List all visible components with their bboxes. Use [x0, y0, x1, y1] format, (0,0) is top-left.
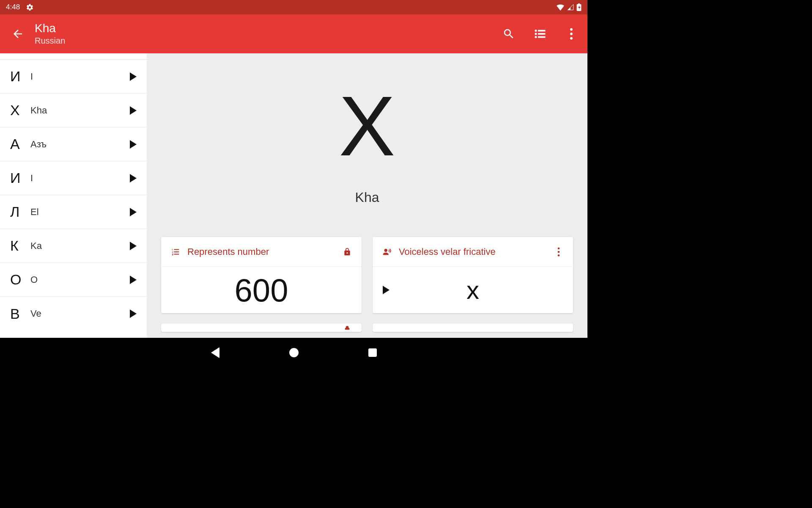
letter-glyph: И: [10, 68, 30, 85]
letter-label: I: [30, 71, 33, 82]
letter-label: Ve: [30, 308, 41, 319]
svg-rect-3: [538, 30, 546, 32]
square-recents-icon: [368, 348, 377, 357]
play-icon[interactable]: [130, 72, 137, 81]
list-item[interactable]: И I: [0, 161, 147, 195]
play-icon[interactable]: [130, 106, 137, 115]
status-bar: 4:48: [0, 0, 587, 14]
letter-sidebar[interactable]: И I Х Kha А Азъ И I Л El: [0, 53, 147, 338]
more-vert-icon: [557, 247, 560, 257]
list-item[interactable]: К Ka: [0, 229, 147, 263]
svg-point-8: [570, 28, 573, 31]
play-icon[interactable]: [130, 276, 137, 284]
battery-charging-icon: [576, 3, 582, 11]
letter-label: El: [30, 207, 39, 218]
card-overflow-button[interactable]: [553, 247, 565, 257]
letter-label: Kha: [30, 105, 47, 116]
voice-icon: [381, 247, 393, 257]
card-title: Voiceless velar fricative: [399, 246, 496, 257]
svg-point-14: [558, 254, 560, 256]
settings-gear-icon: [26, 3, 34, 11]
svg-rect-7: [538, 36, 546, 38]
overflow-menu-button[interactable]: [564, 26, 579, 41]
lock-icon: [341, 247, 353, 257]
main-content: Х Kha Represents number: [147, 53, 587, 338]
arrow-back-icon: [11, 28, 24, 40]
list-item[interactable]: А Азъ: [0, 127, 147, 161]
list-item[interactable]: О O: [0, 263, 147, 297]
letter-glyph: А: [10, 136, 30, 152]
wifi-icon: [556, 4, 565, 11]
search-icon: [502, 28, 515, 40]
list-item[interactable]: Л El: [0, 195, 147, 229]
svg-point-13: [558, 251, 560, 253]
nav-home-button[interactable]: [288, 347, 299, 358]
more-vert-icon: [570, 28, 573, 40]
svg-point-9: [570, 33, 573, 35]
status-time: 4:48: [6, 3, 20, 11]
play-icon[interactable]: [130, 208, 137, 216]
hero: Х Kha: [147, 53, 587, 235]
svg-point-10: [570, 37, 573, 40]
list-number-icon: [170, 247, 181, 257]
hero-glyph: Х: [339, 84, 395, 168]
letter-label: I: [30, 173, 33, 184]
svg-point-4: [535, 33, 537, 35]
app-bar: Kha Russian: [0, 14, 587, 53]
card-peek[interactable]: [161, 323, 362, 332]
number-value: 600: [235, 272, 288, 309]
letter-glyph: К: [10, 237, 30, 254]
svg-point-2: [535, 30, 537, 32]
svg-point-12: [558, 247, 560, 249]
page-subtitle: Russian: [35, 36, 65, 46]
nav-recents-button[interactable]: [367, 347, 378, 358]
system-nav-bar: [0, 338, 587, 367]
letter-glyph: И: [10, 170, 30, 186]
hero-label: Kha: [355, 190, 379, 205]
letter-label: O: [30, 274, 38, 285]
svg-rect-1: [578, 3, 580, 5]
svg-point-6: [535, 36, 537, 38]
play-sound-button[interactable]: [383, 286, 390, 294]
letter-label: Ka: [30, 240, 42, 251]
card-represents-number[interactable]: Represents number 600: [161, 237, 362, 313]
play-icon[interactable]: [130, 309, 137, 318]
list-view-button[interactable]: [532, 26, 548, 41]
card-title: Represents number: [187, 246, 269, 257]
svg-rect-5: [538, 33, 546, 35]
list-item[interactable]: И I: [0, 60, 147, 94]
letter-glyph: Х: [10, 102, 30, 119]
search-button[interactable]: [501, 26, 516, 41]
letter-glyph: Л: [10, 204, 30, 220]
letter-glyph: О: [10, 271, 30, 288]
svg-point-11: [384, 248, 387, 251]
card-sound[interactable]: Voiceless velar fricative x: [373, 237, 573, 313]
play-icon[interactable]: [130, 140, 137, 149]
lock-icon: [341, 326, 353, 330]
list-item[interactable]: В Ve: [0, 297, 147, 331]
nav-back-button[interactable]: [210, 347, 221, 358]
ipa-value: x: [466, 276, 479, 305]
triangle-back-icon: [211, 347, 219, 358]
letter-glyph: В: [10, 306, 30, 322]
card-peek[interactable]: [373, 323, 573, 332]
list-icon: [534, 28, 546, 40]
play-icon[interactable]: [130, 242, 137, 250]
letter-label: Азъ: [30, 139, 47, 150]
play-icon[interactable]: [130, 174, 137, 182]
list-item[interactable]: Х Kha: [0, 94, 147, 127]
signal-icon: [567, 4, 574, 11]
back-button[interactable]: [6, 22, 30, 46]
page-title: Kha: [35, 22, 65, 35]
circle-home-icon: [289, 348, 299, 357]
